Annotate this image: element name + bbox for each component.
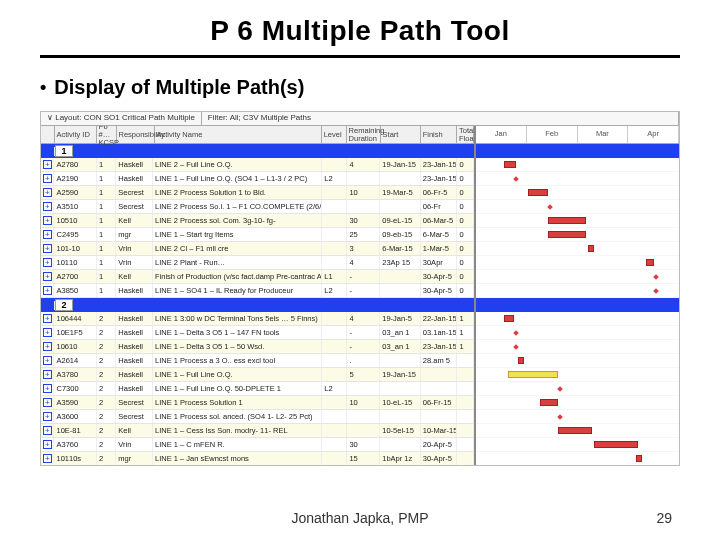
gantt-bar[interactable] (548, 217, 586, 224)
gantt-row (476, 368, 679, 382)
month-jan: Jan (476, 126, 527, 143)
expand-icon[interactable]: + (43, 454, 52, 463)
gantt-row (476, 382, 679, 396)
gantt-bar[interactable] (504, 315, 514, 322)
table-row[interactable]: +1064442HaskellLINE 1 3:00 w DC Terminal… (41, 312, 474, 326)
bullet-text: Display of Multiple Path(s) (54, 76, 304, 99)
expand-icon[interactable]: + (43, 258, 52, 267)
expand-icon[interactable]: + (43, 202, 52, 211)
expand-icon[interactable]: + (43, 286, 52, 295)
milestone-icon (547, 204, 553, 210)
expand-icon[interactable]: + (43, 160, 52, 169)
col-responsibility[interactable]: Responsibility (117, 126, 155, 143)
gantt-timescale: Jan Feb Mar Apr (476, 126, 679, 144)
gantt-row (476, 214, 679, 228)
gantt-screenshot: ∨ Layout: CON SO1 Critical Path Multiple… (40, 111, 680, 466)
table-row[interactable]: +A21901HaskellLINE 1 – Full Line O.Q. (S… (41, 172, 474, 186)
title-divider (40, 55, 680, 58)
gantt-row (476, 424, 679, 438)
gantt-bar[interactable] (548, 231, 586, 238)
expand-icon[interactable]: + (43, 314, 52, 323)
gantt-row (476, 312, 679, 326)
layout-label[interactable]: ∨ Layout: CON SO1 Critical Path Multiple (41, 112, 202, 125)
table-row[interactable]: +A35902SecrestLINE 1 Process Solution 11… (41, 396, 474, 410)
col-finish[interactable]: Finish (421, 126, 457, 143)
column-header-row: Activity ID P6 #… KCSP Responsibility Ac… (41, 126, 474, 144)
table-row[interactable]: +10E-812KellLINE 1 – Cess Iss Son. modry… (41, 424, 474, 438)
expand-icon[interactable]: + (43, 188, 52, 197)
expand-icon[interactable]: + (43, 216, 52, 225)
table-row[interactable]: +C24951mgrLINE 1 – Start trg Items2509-e… (41, 228, 474, 242)
gantt-bar[interactable] (636, 455, 642, 462)
table-row[interactable]: +C73002HaskellLINE 1 – Full Line O.Q. 50… (41, 382, 474, 396)
gantt-bar[interactable] (504, 161, 516, 168)
group-header[interactable]: −2 (41, 298, 474, 312)
gantt-row (476, 354, 679, 368)
gantt-bar[interactable] (588, 245, 594, 252)
expand-icon[interactable]: + (43, 398, 52, 407)
table-row[interactable]: +A27001KellFinish of Production (v/sc fa… (41, 270, 474, 284)
table-row[interactable]: +101101VrinLINE 2 Plant - Run…423Ap 1530… (41, 256, 474, 270)
expand-icon[interactable]: + (43, 356, 52, 365)
expand-icon[interactable]: + (43, 342, 52, 351)
bullet-row: • Display of Multiple Path(s) (40, 76, 680, 99)
filter-label[interactable]: Filter: All; C3V Multiple Paths (202, 112, 679, 125)
table-row[interactable]: +A27801HaskellLINE 2 – Full Line O.Q.419… (41, 158, 474, 172)
col-path[interactable]: P6 #… KCSP (97, 126, 117, 143)
col-activity-name[interactable]: Activity Name (155, 126, 322, 143)
collapse-icon[interactable]: − (43, 147, 52, 156)
expand-icon[interactable]: + (43, 384, 52, 393)
expand-icon[interactable]: + (43, 412, 52, 421)
table-row[interactable]: +A37602VrinLINE 1 – C mFEN R.3020-Apr-5 (41, 438, 474, 452)
milestone-icon (557, 386, 563, 392)
col-total-float[interactable]: Total Float (457, 126, 474, 143)
table-row[interactable]: +106102HaskellLINE 1 – Delta 3 O5 1 – 50… (41, 340, 474, 354)
gantt-row (476, 242, 679, 256)
gantt-bar[interactable] (508, 371, 558, 378)
gantt-row (476, 256, 679, 270)
expand-icon[interactable]: + (43, 272, 52, 281)
gantt-row (476, 158, 679, 172)
table-row[interactable]: +101-101VrinLINE 2 Cl – F1 mll cre36-Mar… (41, 242, 474, 256)
col-activity-id[interactable]: Activity ID (55, 126, 97, 143)
gantt-bar[interactable] (518, 357, 524, 364)
group-header-gantt (476, 298, 679, 312)
table-row[interactable]: +A37802HaskellLINE 1 – Full Line O.Q.519… (41, 368, 474, 382)
gantt-row (476, 340, 679, 354)
gantt-row (476, 228, 679, 242)
expand-icon[interactable]: + (43, 370, 52, 379)
gantt-row (476, 410, 679, 424)
table-row[interactable]: +A36002SecrestLINE 1 Process sol. anced.… (41, 410, 474, 424)
col-level[interactable]: Level (322, 126, 347, 143)
collapse-icon[interactable]: − (43, 301, 52, 310)
gantt-bar[interactable] (540, 399, 558, 406)
layout-filter-bar: ∨ Layout: CON SO1 Critical Path Multiple… (41, 112, 679, 126)
milestone-icon (653, 288, 659, 294)
gantt-bar[interactable] (528, 189, 548, 196)
expand-icon[interactable]: + (43, 230, 52, 239)
col-start[interactable]: Start (381, 126, 421, 143)
table-row[interactable]: +A35101SecrestLINE 2 Process So.l. 1 – F… (41, 200, 474, 214)
table-row[interactable]: +A25901SecrestLINE 2 Process Solution 1 … (41, 186, 474, 200)
col-remaining[interactable]: Remaining Duration (347, 126, 381, 143)
table-row[interactable]: +10E1F52HaskellLINE 1 – Delta 3 O5 1 – 1… (41, 326, 474, 340)
gantt-row (476, 172, 679, 186)
gantt-row (476, 186, 679, 200)
table-row[interactable]: +A38501HaskellLINE 1 – SO4 1 – IL Ready … (41, 284, 474, 298)
table-row[interactable]: +105101KellLINE 2 Process sol. Com. 3g-1… (41, 214, 474, 228)
gantt-bar[interactable] (558, 427, 592, 434)
expand-icon[interactable]: + (43, 328, 52, 337)
milestone-icon (513, 344, 519, 350)
footer-author: Jonathan Japka, PMP (0, 510, 720, 526)
expand-icon[interactable]: + (43, 426, 52, 435)
gantt-bar[interactable] (594, 441, 638, 448)
bullet-dot-icon: • (40, 77, 46, 98)
gantt-row (476, 396, 679, 410)
expand-icon[interactable]: + (43, 174, 52, 183)
table-row[interactable]: +A26142HaskellLINE 1 Process a 3 O.. ess… (41, 354, 474, 368)
gantt-bar[interactable] (646, 259, 654, 266)
table-row[interactable]: +10110s2mgrLINE 1 – Jan sEwncst mons151b… (41, 452, 474, 466)
gantt-row (476, 200, 679, 214)
expand-icon[interactable]: + (43, 244, 52, 253)
expand-icon[interactable]: + (43, 440, 52, 449)
